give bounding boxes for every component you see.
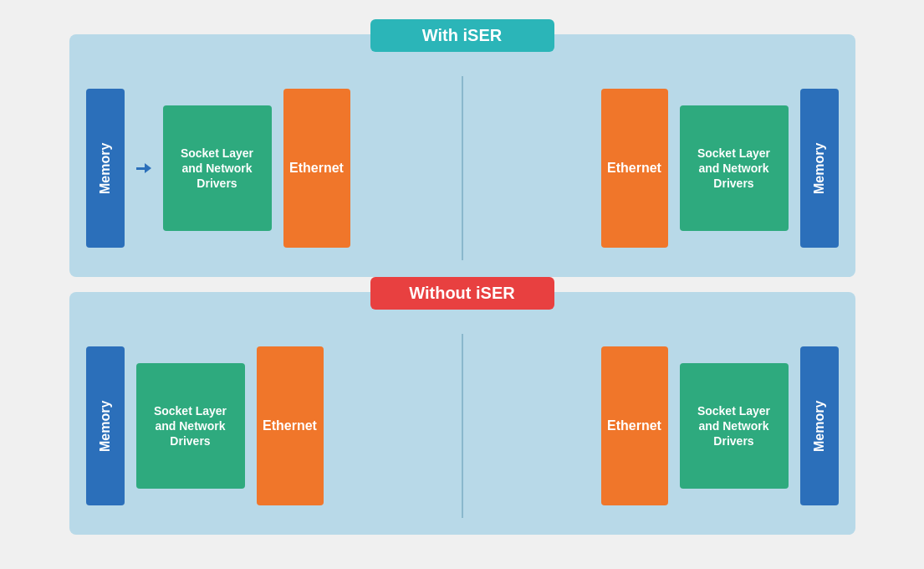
with-iser-right-socket: Socket Layer and Network Drivers bbox=[680, 105, 789, 231]
with-iser-body: Memory Socket Layer and Network Drivers … bbox=[86, 76, 839, 260]
with-iser-left-ethernet: Ethernet bbox=[283, 89, 350, 248]
without-iser-body: Memory Socket Layer and Network Drivers … bbox=[86, 334, 839, 518]
with-iser-title: With iSER bbox=[370, 19, 554, 52]
without-iser-title: Without iSER bbox=[370, 277, 554, 310]
with-iser-right-ethernet: Ethernet bbox=[601, 89, 668, 248]
divider-line-2 bbox=[462, 334, 463, 518]
with-iser-left-memory: Memory bbox=[86, 89, 125, 248]
without-iser-right-socket: Socket Layer and Network Drivers bbox=[680, 363, 789, 489]
left-arrow bbox=[136, 163, 151, 173]
without-iser-section: Without iSER Memory Socket Layer and Net… bbox=[69, 292, 855, 535]
without-iser-left-socket: Socket Layer and Network Drivers bbox=[136, 363, 245, 489]
with-iser-right-side: Memory Socket Layer and Network Drivers … bbox=[493, 89, 839, 248]
with-iser-left-socket: Socket Layer and Network Drivers bbox=[163, 105, 272, 231]
divider-line bbox=[462, 76, 463, 260]
without-iser-right-memory: Memory bbox=[800, 346, 839, 505]
without-iser-right-ethernet: Ethernet bbox=[601, 346, 668, 505]
with-iser-section: With iSER Memory Socket Layer and Networ… bbox=[69, 34, 855, 277]
with-iser-left-side: Memory Socket Layer and Network Drivers … bbox=[86, 89, 432, 248]
without-iser-left-memory: Memory bbox=[86, 346, 125, 505]
without-iser-right-side: Memory Socket Layer and Network Drivers … bbox=[493, 346, 839, 505]
with-iser-right-memory: Memory bbox=[800, 89, 839, 248]
without-iser-left-ethernet: Ethernet bbox=[257, 346, 324, 505]
without-iser-left-side: Memory Socket Layer and Network Drivers … bbox=[86, 346, 432, 505]
